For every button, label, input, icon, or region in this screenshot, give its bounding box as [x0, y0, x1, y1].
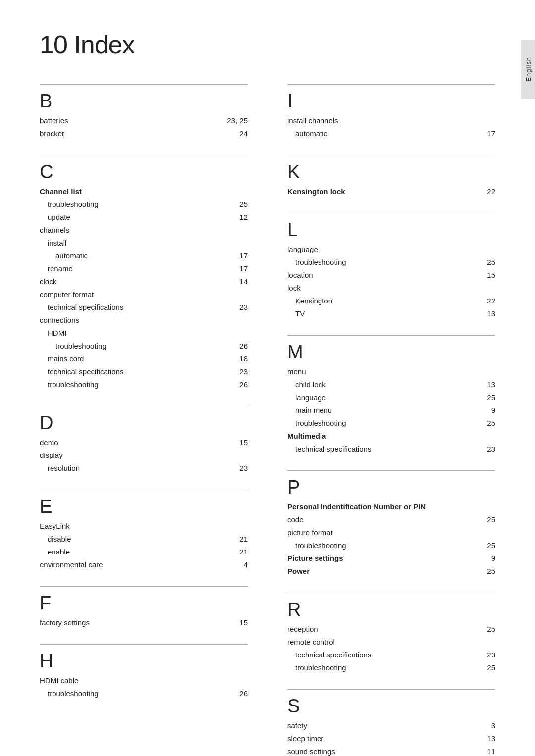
index-entry: child lock13 [287, 378, 495, 391]
index-entry: clock14 [40, 275, 248, 288]
index-entry: resolution23 [40, 462, 248, 475]
entry-label: reception [287, 623, 318, 635]
index-entry: Kensington lock22 [287, 185, 495, 198]
right-column: Iinstall channelsautomatic17KKensington … [268, 84, 495, 756]
index-entry: TV13 [287, 307, 495, 320]
index-entry: language25 [287, 391, 495, 404]
entry-label: sleep timer [287, 733, 323, 745]
entry-page: 26 [239, 379, 248, 391]
index-section-r: Rreception25remote controltechnical spec… [287, 593, 495, 674]
index-section-i: Iinstall channelsautomatic17 [287, 84, 495, 140]
entry-page: 25 [487, 623, 495, 635]
entry-label: Power [287, 565, 310, 577]
section-divider [287, 470, 495, 471]
index-section-h: HHDMI cabletroubleshooting26 [40, 644, 248, 700]
index-entry: picture format [287, 526, 495, 539]
index-entry: remote control [287, 636, 495, 649]
index-entry: troubleshooting26 [40, 378, 248, 391]
entry-page: 11 [487, 746, 495, 756]
index-entry: troubleshooting25 [287, 417, 495, 430]
section-letter-k: K [287, 162, 495, 181]
entry-label: troubleshooting [287, 662, 346, 674]
entry-label: resolution [40, 462, 80, 474]
index-entry: Personal Indentification Number or PIN [287, 501, 495, 513]
entry-label: environmental care [40, 559, 103, 571]
entry-label: troubleshooting [40, 199, 99, 210]
entry-label: technical specifications [40, 366, 123, 378]
index-entry: Power25 [287, 565, 495, 578]
index-entry: technical specifications23 [287, 649, 495, 661]
entry-page: 25 [487, 514, 495, 526]
entry-label: troubleshooting [287, 417, 346, 429]
entry-label: update [40, 211, 70, 223]
index-section-m: Mmenuchild lock13language25main menu9tro… [287, 335, 495, 455]
entry-page: 23 [487, 443, 495, 455]
entry-label: Multimedia [287, 430, 326, 442]
section-letter-s: S [287, 697, 495, 715]
entry-page: 25 [487, 256, 495, 268]
index-entry: automatic17 [40, 250, 248, 262]
entry-label: troubleshooting [40, 340, 107, 352]
index-entry: enable21 [40, 546, 248, 558]
index-entry: EasyLink [40, 520, 248, 533]
index-entry: main menu9 [287, 404, 495, 417]
entry-label: Picture settings [287, 553, 343, 564]
entry-page: 9 [491, 553, 495, 564]
two-column-layout: Bbatteries23, 25bracket24CChannel listtr… [40, 84, 495, 756]
index-entry: Kensington22 [287, 295, 495, 307]
entry-page: 23 [239, 462, 248, 474]
entry-page: 25 [487, 662, 495, 674]
section-divider [40, 586, 248, 587]
entry-page: 4 [244, 559, 248, 571]
index-section-f: Ffactory settings15 [40, 586, 248, 629]
section-divider [40, 644, 248, 645]
index-section-p: PPersonal Indentification Number or PINc… [287, 470, 495, 578]
entry-label: child lock [287, 379, 326, 391]
index-entry: channels [40, 224, 248, 237]
section-divider [40, 406, 248, 406]
entry-label: HDMI cable [40, 675, 78, 687]
index-entry: connections [40, 314, 248, 327]
side-tab-label: English [525, 57, 532, 82]
section-letter-l: L [287, 220, 495, 239]
section-divider [287, 689, 495, 690]
section-divider [287, 593, 495, 593]
entry-page: 17 [239, 263, 248, 275]
entry-label: technical specifications [40, 302, 123, 313]
entry-label: main menu [287, 404, 332, 416]
section-divider [287, 213, 495, 213]
index-entry: sleep timer13 [287, 732, 495, 745]
left-column: Bbatteries23, 25bracket24CChannel listtr… [40, 84, 268, 756]
index-entry: install [40, 237, 248, 250]
entry-label: display [40, 450, 63, 461]
section-letter-p: P [287, 478, 495, 497]
section-divider [287, 155, 495, 155]
index-entry: factory settings15 [40, 616, 248, 629]
index-entry: environmental care4 [40, 558, 248, 571]
section-divider [287, 84, 495, 85]
index-entry: menu [287, 365, 495, 378]
entry-label: Channel list [40, 186, 82, 198]
index-entry: demo15 [40, 436, 248, 449]
index-entry: mains cord18 [40, 353, 248, 365]
main-content: 10 Index Bbatteries23, 25bracket24CChann… [0, 0, 535, 756]
page-title: 10 Index [40, 30, 495, 59]
entry-page: 13 [487, 379, 495, 391]
index-entry: troubleshooting26 [40, 687, 248, 700]
index-entry: rename17 [40, 262, 248, 275]
entry-page: 25 [487, 392, 495, 403]
entry-label: install [40, 237, 66, 249]
entry-label: language [287, 244, 318, 255]
section-letter-d: D [40, 413, 248, 432]
entry-label: Kensington [287, 295, 332, 307]
entry-page: 25 [487, 565, 495, 577]
index-section-b: Bbatteries23, 25bracket24 [40, 84, 248, 140]
index-entry: sound settings11 [287, 745, 495, 756]
entry-page: 21 [239, 546, 248, 558]
section-letter-c: C [40, 162, 248, 181]
entry-label: demo [40, 437, 58, 449]
index-entry: install channels [287, 114, 495, 127]
entry-page: 25 [239, 199, 248, 210]
index-entry: technical specifications23 [40, 301, 248, 314]
entry-label: automatic [40, 250, 88, 262]
